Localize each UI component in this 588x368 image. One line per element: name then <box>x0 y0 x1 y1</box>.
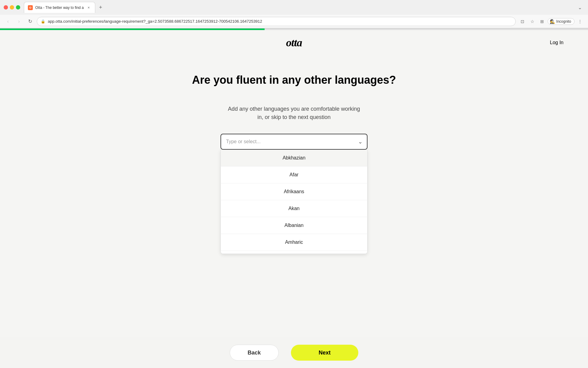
dropdown-option[interactable]: Akan <box>221 200 367 217</box>
page-subtitle: Add any other languages you are comforta… <box>228 105 360 121</box>
incognito-badge: 🕵 Incognito <box>548 18 575 25</box>
dropdown-option[interactable]: Albanian <box>221 217 367 234</box>
menu-button[interactable]: ⋮ <box>576 17 584 26</box>
dropdown-option[interactable]: Arabic <box>221 251 367 254</box>
app-logo: otta <box>286 36 302 49</box>
maximize-traffic-light[interactable] <box>16 5 20 10</box>
nav-bar: ‹ › ↻ 🔒 app.otta.com/initial-preferences… <box>0 15 588 28</box>
language-dropdown-list: AbkhazianAfarAfrikaansAkanAlbanianAmhari… <box>221 150 368 254</box>
dropdown-option[interactable]: Abkhazian <box>221 150 367 167</box>
url-text: app.otta.com/initial-preferences/languag… <box>48 19 512 24</box>
page-content: Are you fluent in any other languages? A… <box>0 55 588 254</box>
language-search-input[interactable] <box>226 139 362 144</box>
subtitle-line1: Add any other languages you are comforta… <box>228 106 360 112</box>
nav-extras: ⊡ ☆ ⊞ 🕵 Incognito ⋮ <box>518 17 584 26</box>
next-button[interactable]: Next <box>291 345 358 361</box>
page-title: Are you fluent in any other languages? <box>192 74 396 86</box>
language-input-container[interactable]: ⌄ <box>221 134 368 150</box>
back-button[interactable]: Back <box>230 345 279 361</box>
minimize-traffic-light[interactable] <box>10 5 14 10</box>
refresh-button[interactable]: ↻ <box>26 17 34 26</box>
chevron-down-icon: ⌄ <box>358 138 363 145</box>
dropdown-option[interactable]: Afar <box>221 167 367 183</box>
language-dropdown-wrapper: ⌄ AbkhazianAfarAfrikaansAkanAlbanianAmha… <box>221 134 368 254</box>
traffic-lights <box>4 5 20 10</box>
browser-chrome: O Otta - The better way to find a × + ⌄ … <box>0 0 588 29</box>
tab-bar: O Otta - The better way to find a × + <box>24 2 574 12</box>
close-traffic-light[interactable] <box>4 5 8 10</box>
subtitle-line2: in, or skip to the next question <box>257 114 330 120</box>
incognito-label: Incognito <box>556 19 571 24</box>
tab-close-button[interactable]: × <box>86 5 91 10</box>
star-icon[interactable]: ☆ <box>528 17 537 26</box>
tab-favicon: O <box>28 5 33 10</box>
tab-title: Otta - The better way to find a <box>35 6 84 10</box>
back-nav-button[interactable]: ‹ <box>4 17 12 26</box>
bottom-nav: Back Next <box>0 337 588 368</box>
app-header: otta Log In <box>0 30 588 55</box>
forward-nav-button[interactable]: › <box>15 17 23 26</box>
lock-icon: 🔒 <box>41 19 45 24</box>
login-button[interactable]: Log In <box>550 40 564 45</box>
dropdown-option[interactable]: Amharic <box>221 234 367 251</box>
active-tab[interactable]: O Otta - The better way to find a × <box>24 2 95 13</box>
address-bar[interactable]: 🔒 app.otta.com/initial-preferences/langu… <box>37 17 516 26</box>
extension-icon[interactable]: ⊞ <box>538 17 546 26</box>
dropdown-option[interactable]: Afrikaans <box>221 183 367 200</box>
new-tab-button[interactable]: + <box>96 3 105 12</box>
collapse-button[interactable]: ⌄ <box>578 5 584 10</box>
cast-icon[interactable]: ⊡ <box>518 17 527 26</box>
